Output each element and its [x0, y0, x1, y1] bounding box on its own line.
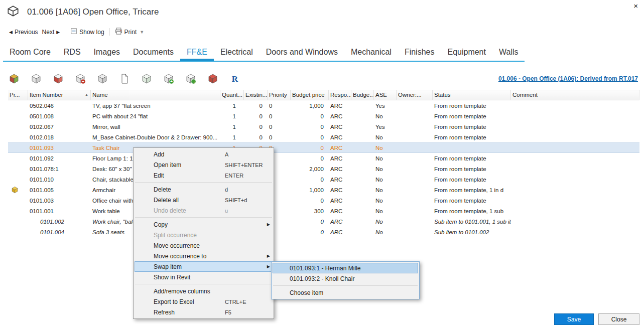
occurrence-red-icon[interactable]	[52, 73, 64, 84]
column-header-respo[interactable]: Respo...	[329, 90, 351, 100]
menu-item-add-remove-columns[interactable]: Add/remove columns	[135, 286, 273, 296]
menu-item-export-to-excel[interactable]: Export to ExcelCTRL+E	[135, 296, 273, 307]
tab-ff-e[interactable]: FF&E	[180, 43, 214, 61]
record-nav: ◀ Previous Next ▶ Show log Print ▼	[7, 27, 146, 37]
print-button[interactable]: Print ▼	[113, 27, 147, 37]
table-row[interactable]: 0102.018M_Base Cabinet-Double Door & 2 D…	[8, 132, 639, 142]
column-header-quantity[interactable]: Quant...	[220, 90, 244, 100]
menu-item-label: Swap item	[154, 263, 225, 270]
drofus-logo	[6, 4, 20, 20]
menu-item-delete-all[interactable]: Delete allSHIFT+d	[135, 195, 273, 205]
cell-status: From room template	[433, 100, 511, 111]
column-header-existing[interactable]: Existin...	[244, 90, 268, 100]
column-header-priority[interactable]: Priority	[268, 90, 291, 100]
menu-separator	[273, 285, 418, 286]
occurrence-disabled-icon[interactable]	[96, 73, 108, 84]
tab-walls[interactable]: Walls	[492, 43, 525, 61]
svg-text:R: R	[232, 74, 238, 84]
column-header-status[interactable]: Status	[433, 90, 511, 100]
svg-text:−: −	[82, 79, 84, 84]
menu-item-edit[interactable]: EditENTER	[135, 170, 273, 181]
menu-item-0101-093-2-knoll-chair[interactable]: 0101.093:2 - Knoll Chair	[273, 273, 418, 284]
cell-item_number: 0101.078:1	[28, 163, 91, 174]
tab-equipment[interactable]: Equipment	[441, 43, 492, 61]
cell-budget_price: 1,000	[291, 185, 329, 195]
menu-item-choose-item[interactable]: Choose item	[273, 287, 418, 298]
table-row[interactable]: 0101.093Task Chair1000ARCNo	[8, 142, 639, 153]
table-row[interactable]: 0102.067Mirror, wall1000ARCYesFrom room …	[8, 121, 639, 132]
cell-status: From room template	[433, 121, 511, 132]
tab-mechanical[interactable]: Mechanical	[344, 43, 398, 61]
tab-finishes[interactable]: Finishes	[398, 43, 441, 61]
tab-room-core[interactable]: Room Core	[3, 43, 57, 61]
cell-ase: No	[374, 195, 397, 206]
column-header-owner[interactable]: Owner:...	[397, 90, 433, 100]
show-log-button[interactable]: Show log	[68, 27, 106, 37]
table-row[interactable]: 0101.001Work table300ARCNoFrom room temp…	[8, 206, 639, 216]
cell-item_number: 0101.002	[28, 216, 91, 227]
tab-doors-and-windows[interactable]: Doors and Windows	[260, 43, 344, 61]
previous-button[interactable]: ◀ Previous	[7, 28, 40, 37]
table-row[interactable]: 0502.046TV, app 37 "flat screen1001,000A…	[8, 100, 639, 111]
derived-from-link[interactable]: 01.006 - Open Office (1A06): Derived fro…	[498, 75, 638, 82]
cell-ase: No	[374, 174, 397, 185]
item-types-icon[interactable]	[30, 73, 42, 84]
table-row[interactable]: 0101.002Work chair, "balance"0ARCNoSub i…	[8, 216, 639, 227]
table-row[interactable]: 0101.010Chair, stackable0ARCNoFrom room …	[8, 174, 639, 185]
items-table: Pr...Item Number▲NameQuant...Existin...P…	[8, 90, 639, 237]
item-outline-icon[interactable]	[141, 73, 153, 84]
cell-quantity: 1	[220, 100, 244, 111]
menu-item-0101-093-1-herman-miller-black-chair[interactable]: 0101.093:1 - Herman Miller Black Chair	[273, 263, 418, 273]
cell-budge	[351, 195, 374, 206]
cell-item_number: 0102.018	[28, 132, 91, 142]
column-header-ase[interactable]: ASE	[374, 90, 397, 100]
menu-item-delete[interactable]: Deleted	[135, 184, 273, 195]
copy-icon[interactable]	[118, 73, 131, 84]
column-header-item_number[interactable]: Item Number▲	[28, 90, 91, 100]
menu-item-undo-delete: Undo deleteu	[135, 205, 273, 216]
cell-budge	[351, 153, 374, 163]
next-button[interactable]: Next ▶	[40, 28, 62, 37]
table-row[interactable]: 0101.078:1Desk: 60" x 30" (Lef2,000ARCNo…	[8, 163, 639, 174]
close-button[interactable]: Close	[598, 313, 639, 325]
toolbar-icons: − + ↔ R	[8, 73, 241, 84]
table-row[interactable]: 0101.003Office chair with ar0ARCNoFrom r…	[8, 195, 639, 206]
add-item-icon[interactable]: +	[163, 73, 175, 84]
column-header-name[interactable]: Name	[91, 90, 220, 100]
column-header-pr[interactable]: Pr...	[8, 90, 28, 100]
menu-item-refresh[interactable]: RefreshF5	[135, 307, 273, 317]
cell-respo: ARC	[329, 121, 351, 132]
menu-item-move-occurrence[interactable]: Move occurrence	[135, 240, 273, 251]
table-row[interactable]: 0501.008PC with about 24 "flat1000ARCNoF…	[8, 111, 639, 121]
column-header-budget_price[interactable]: Budget price	[291, 90, 329, 100]
menu-item-open-item[interactable]: Open itemSHIFT+ENTER	[135, 159, 273, 170]
cell-pr	[8, 153, 28, 163]
tab-rds[interactable]: RDS	[57, 43, 87, 61]
replace-item-icon[interactable]: ↔	[185, 73, 197, 84]
save-button[interactable]: Save	[554, 313, 594, 325]
tab-documents[interactable]: Documents	[126, 43, 180, 61]
column-header-budge[interactable]: Budge...	[351, 90, 374, 100]
revit-icon[interactable]: R	[229, 73, 241, 84]
menu-item-copy[interactable]: Copy▶	[135, 219, 273, 230]
window-close-button[interactable]: ×	[633, 2, 638, 10]
tab-images[interactable]: Images	[87, 43, 126, 61]
new-occurrence-icon[interactable]	[8, 73, 20, 84]
cell-respo: ARC	[329, 195, 351, 206]
remove-occurrence-icon[interactable]: −	[74, 73, 86, 84]
menu-item-swap-item[interactable]: Swap item▶	[135, 261, 273, 272]
column-header-comment[interactable]: Comment	[511, 90, 639, 100]
menu-item-show-in-revit[interactable]: Show in Revit	[135, 272, 273, 282]
cell-budget_price: 1,000	[291, 100, 329, 111]
cell-budge	[351, 216, 374, 227]
table-row[interactable]: 0101.092Floor Lamp 1: 150 w0ARCNoFrom ro…	[8, 153, 639, 163]
cell-respo: ARC	[329, 132, 351, 142]
cell-status: From room template	[433, 132, 511, 142]
delete-item-icon[interactable]	[207, 73, 219, 84]
tab-electrical[interactable]: Electrical	[214, 43, 260, 61]
menu-item-move-occurrence-to[interactable]: Move occurrence to▶	[135, 251, 273, 261]
table-row[interactable]: 0101.004Sofa 3 seats0ARCNoSub item to 01…	[8, 227, 639, 237]
table-row[interactable]: 0101.005Armchair1,000ARCNoFrom room temp…	[8, 185, 639, 195]
menu-item-add[interactable]: AddA	[135, 149, 273, 159]
cell-budge	[351, 163, 374, 174]
